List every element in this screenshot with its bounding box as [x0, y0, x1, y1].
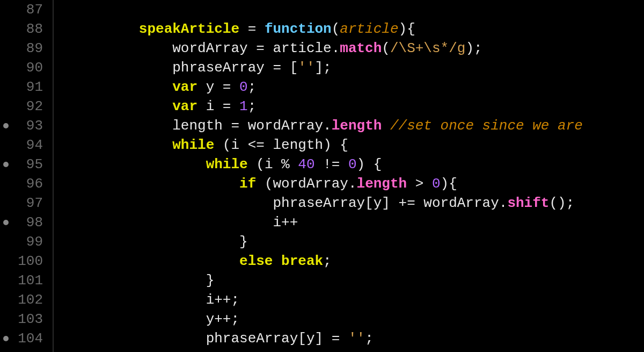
token-punc: ;: [248, 79, 257, 95]
token-id: y: [306, 331, 315, 347]
line-number: 89: [26, 39, 48, 58]
line-number: 87: [26, 0, 48, 19]
code-line[interactable]: if (wordArray.length > 0){: [72, 174, 644, 193]
token-id: wordArray: [273, 176, 348, 192]
token-id: y: [197, 79, 214, 95]
gutter-row[interactable]: 90: [0, 58, 48, 77]
line-number: 102: [18, 290, 48, 310]
token-punc: ]: [315, 331, 324, 347]
code-line[interactable]: phraseArray[y] = '';: [72, 329, 644, 348]
gutter-row[interactable]: 89: [0, 39, 48, 58]
gutter-row[interactable]: 94: [0, 135, 48, 155]
code-line[interactable]: length = wordArray.length //set once sin…: [72, 116, 644, 135]
token-kw: if: [239, 176, 256, 192]
code-area[interactable]: speakArticle = function(article){ wordAr…: [69, 0, 644, 352]
token-punc: .: [332, 40, 340, 56]
token-op: =: [223, 118, 248, 134]
token-punc: ]: [382, 195, 390, 211]
gutter-row[interactable]: 87: [0, 0, 48, 19]
token-op: =: [248, 40, 273, 56]
code-line[interactable]: else break;: [72, 252, 644, 271]
gutter-row[interactable]: 100: [0, 252, 48, 271]
code-line[interactable]: while (i % 40 != 0) {: [72, 155, 644, 174]
token-punc: ;: [231, 311, 239, 327]
token-str: '': [298, 60, 314, 76]
token-op: =: [323, 331, 348, 347]
gutter[interactable]: 8788899091929394959697989910010110210310…: [0, 0, 54, 352]
code-line[interactable]: }: [72, 271, 644, 290]
token-punc: ;: [323, 253, 332, 269]
token-num: 0: [239, 79, 248, 95]
token-indent: [72, 40, 172, 56]
breakpoint-icon[interactable]: [3, 162, 9, 167]
token-def: speakArticle: [139, 21, 239, 37]
token-punc: ;: [248, 98, 257, 114]
gutter-row[interactable]: 91: [0, 77, 48, 97]
token-punc: (: [332, 21, 340, 37]
code-editor[interactable]: 8788899091929394959697989910010110210310…: [0, 0, 644, 352]
gutter-row[interactable]: 92: [0, 97, 48, 116]
token-indent: [72, 292, 206, 308]
token-indent: [72, 98, 172, 114]
breakpoint-icon[interactable]: [3, 336, 9, 341]
token-id: article: [273, 40, 331, 56]
token-indent: [72, 79, 172, 95]
token-punc: ;: [231, 292, 239, 308]
token-punc: (: [248, 156, 265, 173]
token-punc: ){: [399, 21, 415, 37]
line-number: 93: [26, 116, 48, 135]
code-line[interactable]: while (i <= length) {: [72, 135, 644, 155]
code-line[interactable]: var y = 0;: [72, 77, 644, 97]
gutter-row[interactable]: 102: [0, 290, 48, 310]
token-punc: .: [348, 176, 357, 192]
token-op: ++: [214, 292, 231, 308]
gutter-row[interactable]: 98: [0, 213, 48, 232]
gutter-row[interactable]: 101: [0, 271, 48, 290]
gutter-row[interactable]: 97: [0, 193, 48, 213]
token-kw: else: [239, 253, 273, 269]
gutter-row[interactable]: 93: [0, 116, 48, 135]
gutter-row[interactable]: 103: [0, 310, 48, 329]
token-op: =: [239, 21, 265, 37]
code-line[interactable]: [72, 0, 644, 19]
code-line[interactable]: y++;: [72, 310, 644, 329]
token-id: [382, 118, 390, 134]
gutter-row[interactable]: 99: [0, 232, 48, 252]
token-id: wordArray: [423, 195, 499, 211]
gutter-row[interactable]: 88: [0, 19, 48, 39]
code-line[interactable]: i++;: [72, 290, 644, 310]
code-line[interactable]: wordArray = article.match(/\S+\s*/g);: [72, 39, 644, 58]
token-punc: .: [323, 118, 332, 134]
code-line[interactable]: phraseArray = [''];: [72, 58, 644, 77]
token-id: [273, 253, 281, 269]
token-punc: }: [239, 234, 248, 250]
token-punc: (: [256, 176, 273, 192]
code-line[interactable]: speakArticle = function(article){: [72, 19, 644, 39]
token-punc: .: [499, 195, 508, 211]
token-op: =: [214, 79, 239, 95]
token-param: article: [340, 21, 398, 37]
code-line[interactable]: phraseArray[y] += wordArray.shift();: [72, 193, 644, 213]
token-id: phraseArray: [273, 195, 365, 211]
line-number: 90: [26, 58, 48, 77]
token-kw: break: [281, 253, 323, 269]
token-punc: ];: [315, 60, 332, 76]
token-indent: [72, 331, 206, 347]
code-line[interactable]: var i = 1;: [72, 97, 644, 116]
token-id: length: [172, 118, 223, 134]
line-number: 88: [26, 19, 48, 39]
token-op: =: [265, 60, 290, 76]
breakpoint-icon[interactable]: [3, 123, 9, 128]
gutter-row[interactable]: 95: [0, 155, 48, 174]
breakpoint-icon[interactable]: [3, 220, 9, 225]
token-indent: [72, 253, 239, 269]
token-id: y: [206, 311, 215, 327]
token-num: 1: [239, 98, 248, 114]
code-line[interactable]: }: [72, 232, 644, 252]
token-id: wordArray: [172, 40, 247, 56]
gutter-row[interactable]: 96: [0, 174, 48, 193]
token-indent: [72, 137, 172, 153]
token-indent: [72, 311, 206, 327]
gutter-row[interactable]: 104: [0, 329, 48, 348]
code-line[interactable]: i++: [72, 213, 644, 232]
